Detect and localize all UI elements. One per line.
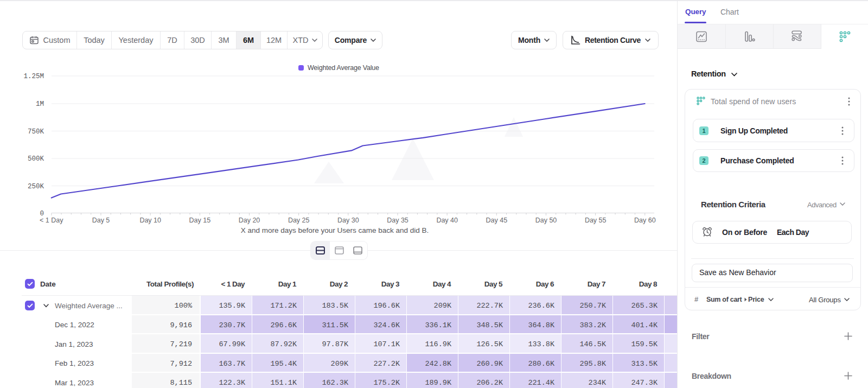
svg-text:250K: 250K	[28, 183, 44, 190]
svg-text:Day 40: Day 40	[436, 217, 458, 224]
svg-text:Day 60: Day 60	[634, 217, 656, 224]
svg-text:Day 50: Day 50	[535, 217, 557, 224]
svg-text:Day 20: Day 20	[239, 217, 260, 224]
svg-text:Day 10: Day 10	[139, 217, 161, 224]
svg-text:750K: 750K	[28, 128, 44, 136]
svg-text:Day 30: Day 30	[337, 217, 359, 224]
svg-text:500K: 500K	[28, 155, 44, 163]
svg-text:Day 55: Day 55	[585, 217, 607, 224]
svg-text:Day 5: Day 5	[92, 217, 110, 224]
svg-text:X and more days before your Us: X and more days before your Users came b…	[241, 226, 429, 234]
svg-text:Day 45: Day 45	[486, 217, 507, 224]
svg-text:Day 35: Day 35	[387, 217, 409, 224]
svg-text:Day 15: Day 15	[189, 217, 210, 224]
svg-text:< 1 Day: < 1 Day	[40, 217, 63, 224]
svg-text:Day 25: Day 25	[288, 217, 310, 224]
svg-text:1.25M: 1.25M	[23, 73, 44, 80]
svg-text:1M: 1M	[36, 100, 44, 108]
